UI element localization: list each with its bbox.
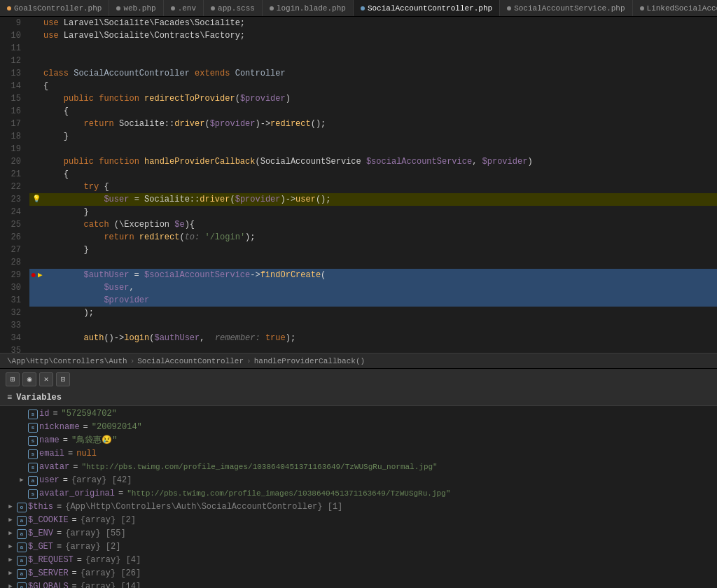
var-name-item[interactable]: s name = "鳥袋惠😢" xyxy=(0,434,717,447)
var-name-email: email xyxy=(39,447,64,461)
code-lines: use Laravel\Socialite\Facades\Socialite;… xyxy=(25,17,717,353)
var-name-avatar: avatar xyxy=(39,461,69,474)
code-line-34: auth()->login($authUser, remember: true)… xyxy=(29,332,717,344)
expand-arrow-email[interactable] xyxy=(17,449,27,459)
breadcrumb-sep-1: › xyxy=(130,357,135,365)
tab-login[interactable]: login.blade.php xyxy=(263,0,354,17)
var-equals-this: = xyxy=(57,500,62,514)
tab-linked-social-label: LinkedSocialAccount.php xyxy=(647,4,717,13)
var-this[interactable]: ▶ o $this = {App\Http\Controllers\Auth\S… xyxy=(0,500,717,514)
expand-arrow-env[interactable]: ▶ xyxy=(6,529,15,539)
var-equals-nickname: = xyxy=(83,421,88,434)
code-line-23: 💡 $user = Socialite::driver($provider)->… xyxy=(29,193,717,206)
var-name-get: $_GET xyxy=(28,540,53,554)
var-type-icon-name: s xyxy=(28,436,38,446)
code-line-25: catch (\Exception $e){ xyxy=(29,218,717,231)
var-type-icon-user: a xyxy=(28,476,38,486)
var-cookie[interactable]: ▶ a $_COOKIE = {array} [2] xyxy=(0,514,717,527)
var-type-icon-avatar-original: s xyxy=(28,489,38,499)
var-id[interactable]: s id = "572594702" xyxy=(0,407,717,421)
var-server[interactable]: ▶ a $_SERVER = {array} [26] xyxy=(0,567,717,580)
tab-social-controller[interactable]: SocialAccountController.php xyxy=(354,0,500,17)
expand-arrow-request[interactable]: ▶ xyxy=(6,556,15,566)
tab-app-scss[interactable]: app.scss xyxy=(204,0,263,17)
var-value-avatar: "http://pbs.twimg.com/profile_images/103… xyxy=(81,461,437,474)
tab-social-service[interactable]: SocialAccountService.php xyxy=(500,0,632,17)
tab-env[interactable]: .env xyxy=(164,0,204,17)
tab-dot-social-service xyxy=(507,6,511,10)
tab-login-label: login.blade.php xyxy=(277,4,346,13)
var-type-icon-nickname: s xyxy=(28,423,38,433)
expand-arrow-user[interactable]: ▶ xyxy=(17,476,27,486)
code-line-20: public function handleProviderCallback(S… xyxy=(29,155,717,168)
expand-arrow-get[interactable]: ▶ xyxy=(6,542,15,552)
var-globals[interactable]: ▶ a $GLOBALS = {array} [14] xyxy=(0,580,717,588)
var-value-cookie: {array} [2] xyxy=(81,514,136,527)
expand-arrow-avatar-original[interactable] xyxy=(17,489,27,499)
var-avatar[interactable]: s avatar = "http://pbs.twimg.com/profile… xyxy=(0,461,717,474)
breadcrumb-part-3: handleProviderCallback() xyxy=(254,357,365,365)
tab-web[interactable]: web.php xyxy=(109,0,163,17)
code-line-26: return redirect(to: '/login'); xyxy=(29,231,717,244)
var-equals-server: = xyxy=(72,567,77,580)
var-value-this: {App\Http\Controllers\Auth\SocialAccount… xyxy=(65,500,342,514)
tab-linked-social[interactable]: LinkedSocialAccount.php xyxy=(633,0,717,17)
tab-dot-web xyxy=(116,6,120,10)
tab-dot-linked-social xyxy=(640,6,644,10)
var-equals-user: = xyxy=(63,474,68,487)
expand-arrow-nickname[interactable] xyxy=(17,423,27,433)
var-equals-avatar: = xyxy=(73,461,78,474)
var-type-icon-cookie: a xyxy=(17,516,27,526)
code-line-12 xyxy=(29,55,717,67)
debug-btn-cross[interactable]: ✕ xyxy=(39,372,53,386)
var-type-icon-this: o xyxy=(17,503,27,512)
var-type-icon-request: a xyxy=(17,556,27,566)
code-line-31: $provider xyxy=(29,294,717,307)
expand-arrow-avatar[interactable] xyxy=(17,463,27,472)
var-avatar-original[interactable]: s avatar_original = "http://pbs.twimg.co… xyxy=(0,487,717,500)
expand-arrow-id[interactable] xyxy=(17,410,27,419)
debug-btn-circle[interactable]: ◉ xyxy=(22,372,36,386)
expand-arrow-globals[interactable]: ▶ xyxy=(6,582,15,589)
var-email[interactable]: s email = null xyxy=(0,447,717,461)
var-type-icon-get: a xyxy=(17,542,27,552)
var-value-request: {array} [4] xyxy=(85,554,141,567)
var-request[interactable]: ▶ a $_REQUEST = {array} [4] xyxy=(0,554,717,567)
var-value-get: {array} [2] xyxy=(65,540,120,554)
var-get[interactable]: ▶ a $_GET = {array} [2] xyxy=(0,540,717,554)
variables-panel: ≡ Variables s id = "572594702" s nicknam… xyxy=(0,389,717,588)
code-line-9: use Laravel\Socialite\Facades\Socialite; xyxy=(29,17,717,29)
var-type-icon-avatar: s xyxy=(28,463,38,472)
code-line-16: { xyxy=(29,105,717,118)
variables-title: Variables xyxy=(16,393,62,402)
var-env[interactable]: ▶ a $_ENV = {array} [55] xyxy=(0,527,717,540)
tab-dot-social-controller xyxy=(361,6,365,10)
variables-list: s id = "572594702" s nickname = "2009201… xyxy=(0,406,717,588)
var-equals-name: = xyxy=(63,434,68,447)
var-nickname[interactable]: s nickname = "20092014" xyxy=(0,421,717,434)
expand-arrow-server[interactable]: ▶ xyxy=(6,569,15,579)
breakpoint-icon: ● ▶ xyxy=(30,269,42,281)
code-line-28 xyxy=(29,256,717,269)
var-name-env: $_ENV xyxy=(28,527,53,540)
var-equals-email: = xyxy=(68,447,73,461)
debug-btn-grid[interactable]: ⊞ xyxy=(6,372,20,386)
expand-arrow-cookie[interactable]: ▶ xyxy=(6,516,15,526)
expand-arrow-name[interactable] xyxy=(17,436,27,446)
tab-web-label: web.php xyxy=(123,4,155,13)
debug-btn-square[interactable]: ⊡ xyxy=(56,372,70,386)
tab-goals[interactable]: GoalsController.php xyxy=(0,0,109,17)
expand-arrow-this[interactable]: ▶ xyxy=(6,503,15,512)
debug-bulb-icon: 💡 xyxy=(32,193,41,206)
var-type-icon-id: s xyxy=(28,410,38,419)
var-value-email: null xyxy=(76,447,97,461)
tab-env-label: .env xyxy=(178,4,196,13)
line-numbers: 910111213 1415161718 1920212223 24252627… xyxy=(0,17,25,353)
code-line-10: use Laravel\Socialite\Contracts\Factory; xyxy=(29,29,717,42)
var-user[interactable]: ▶ a user = {array} [42] xyxy=(0,474,717,487)
var-value-globals: {array} [14] xyxy=(81,580,141,588)
var-type-icon-server: a xyxy=(17,569,27,579)
tab-bar: GoalsController.php web.php .env app.scs… xyxy=(0,0,717,17)
code-line-27: } xyxy=(29,244,717,256)
var-equals-globals: = xyxy=(72,580,77,588)
